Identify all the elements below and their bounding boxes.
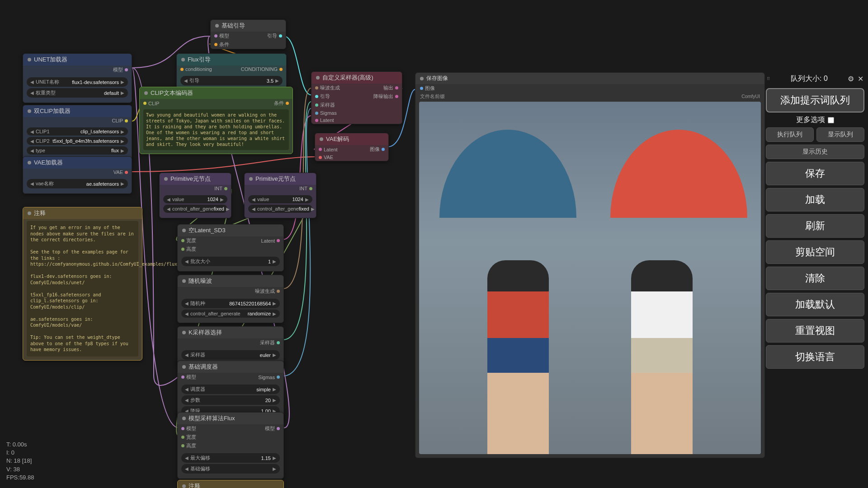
node-dualclip-loader[interactable]: 双CLIP加载器 CLIP ◀CLIP1clip_l.safetensors▶ … bbox=[23, 105, 132, 160]
widget-clip2[interactable]: ◀CLIP2t5xxl_fp8_e4m3fn.safetensors▶ bbox=[27, 137, 128, 145]
queue-sidebar[interactable]: ⠿ 队列大小: 0 ⚙ ✕ 添加提示词队列 更多选项 执行队列 显示队列 显示历… bbox=[766, 72, 864, 369]
node-title: 注释 bbox=[34, 209, 46, 217]
node-unet-loader[interactable]: UNET加载器 模型 ◀UNET名称flux1-dev.safetensors▶… bbox=[23, 53, 132, 103]
widget-vae-name[interactable]: ◀vae名称ae.safetensors▶ bbox=[27, 179, 128, 188]
widget-clip-type[interactable]: ◀typeflux▶ bbox=[27, 146, 128, 155]
node-title: 空Latent_SD3 bbox=[189, 226, 226, 235]
widget-scheduler[interactable]: ◀调度器simple▶ bbox=[181, 385, 280, 394]
widget-value[interactable]: ◀value1024▶ bbox=[248, 195, 312, 203]
node-note2[interactable]: 注释 bbox=[177, 480, 284, 488]
drag-handle-icon[interactable]: ⠿ bbox=[767, 76, 771, 81]
node-basic-guider[interactable]: 基础引导 模型引导 条件 bbox=[210, 19, 286, 49]
switch-lang-button[interactable]: 切换语言 bbox=[766, 345, 864, 369]
queue-prompt-button[interactable]: 添加提示词队列 bbox=[766, 88, 864, 113]
widget-control[interactable]: ◀control_after_genefixed▶ bbox=[248, 205, 312, 213]
node-canvas[interactable]: UNET加载器 模型 ◀UNET名称flux1-dev.safetensors▶… bbox=[0, 0, 868, 488]
widget-max-shift[interactable]: ◀最大偏移1.15▶ bbox=[181, 453, 280, 463]
node-title: Primitive元节点 bbox=[170, 175, 211, 183]
node-title: 基础调度器 bbox=[189, 363, 218, 371]
node-title: Primitive元节点 bbox=[255, 175, 296, 183]
clipspace-button[interactable]: 剪贴空间 bbox=[766, 240, 864, 264]
preview-image bbox=[419, 102, 761, 454]
node-title: CLIP文本编码器 bbox=[151, 89, 193, 97]
exec-queue-button[interactable]: 执行队列 bbox=[766, 127, 814, 142]
show-history-button[interactable]: 显示历史 bbox=[766, 145, 864, 159]
node-clip-text-encode[interactable]: CLIP文本编码器 CLIP条件 Two young and beautiful… bbox=[139, 87, 293, 154]
widget-unet-name[interactable]: ◀UNET名称flux1-dev.safetensors▶ bbox=[27, 77, 128, 87]
node-title: 注释 bbox=[189, 482, 200, 488]
save-button[interactable]: 保存 bbox=[766, 162, 864, 185]
node-title: 自定义采样器(高级) bbox=[322, 74, 373, 82]
widget-steps[interactable]: ◀步数20▶ bbox=[181, 395, 280, 405]
refresh-button[interactable]: 刷新 bbox=[766, 214, 864, 238]
node-model-sampling-flux[interactable]: 模型采样算法Flux 模型模型 宽度 高度 ◀最大偏移1.15▶ ◀基础偏移▶ bbox=[177, 412, 284, 479]
widget-control[interactable]: ◀control_after_generaterandomize▶ bbox=[181, 310, 280, 318]
node-ksampler-select[interactable]: K采样器选择 采样器 ◀采样器euler▶ bbox=[177, 326, 284, 365]
node-primitive-2[interactable]: Primitive元节点 INT ◀value1024▶ ◀control_af… bbox=[244, 173, 316, 218]
widget-guide[interactable]: ◀引导3.5▶ bbox=[180, 76, 283, 85]
filename-prefix-value: ComfyUI bbox=[741, 94, 760, 100]
node-title: VAE加载器 bbox=[34, 159, 63, 167]
widget-base-shift[interactable]: ◀基础偏移▶ bbox=[181, 464, 280, 474]
perf-stats: T: 0.00s I: 0 N: 18 [18] V: 38 FPS:59.88 bbox=[6, 441, 34, 482]
more-options-checkbox[interactable] bbox=[828, 117, 834, 123]
close-icon[interactable]: ✕ bbox=[858, 75, 863, 83]
widget-sampler[interactable]: ◀采样器euler▶ bbox=[181, 350, 280, 360]
node-title: Flux引导 bbox=[188, 56, 211, 64]
note-text: If you get an error in any of the nodes … bbox=[27, 221, 138, 357]
node-title: 随机噪波 bbox=[189, 277, 212, 285]
node-title: UNET加载器 bbox=[34, 56, 67, 64]
node-primitive-1[interactable]: Primitive元节点 INT ◀value1024▶ ◀control_af… bbox=[159, 173, 231, 218]
show-queue-button[interactable]: 显示队列 bbox=[816, 127, 864, 142]
load-button[interactable]: 加载 bbox=[766, 188, 864, 211]
node-vae-decode[interactable]: VAE解码 Latent图像 VAE bbox=[315, 133, 389, 161]
more-options[interactable]: 更多选项 bbox=[766, 115, 864, 125]
prompt-textarea[interactable]: Two young and beautiful women are walkin… bbox=[143, 109, 289, 150]
gear-icon[interactable]: ⚙ bbox=[848, 75, 854, 83]
widget-control[interactable]: ◀control_after_genefixed▶ bbox=[163, 205, 227, 213]
widget-clip1[interactable]: ◀CLIP1clip_l.safetensors▶ bbox=[27, 127, 128, 136]
queue-size-label: 队列大小: 0 bbox=[791, 74, 828, 84]
node-title: 双CLIP加载器 bbox=[34, 107, 71, 115]
node-title: 模型采样算法Flux bbox=[189, 414, 235, 422]
widget-weight-type[interactable]: ◀权重类型default▶ bbox=[27, 88, 128, 98]
node-advanced-sampler[interactable]: 自定义采样器(高级) 噪波生成输出 引导降噪输出 采样器 Sigmas Late… bbox=[311, 71, 402, 124]
node-vae-loader[interactable]: VAE加载器 VAE ◀vae名称ae.safetensors▶ bbox=[23, 156, 132, 194]
node-save-image[interactable]: 保存图像 图像 文件名前缀ComfyUI bbox=[415, 72, 765, 458]
node-note1[interactable]: 注释 If you get an error in any of the nod… bbox=[23, 207, 142, 361]
clear-button[interactable]: 清除 bbox=[766, 267, 864, 290]
widget-batch[interactable]: ◀批次大小1▶ bbox=[181, 257, 280, 266]
node-title: VAE解码 bbox=[326, 135, 349, 143]
widget-value[interactable]: ◀value1024▶ bbox=[163, 195, 227, 203]
node-flux-guider[interactable]: Flux引导 conditioningCONDITIONING ◀引导3.5▶ bbox=[176, 53, 287, 91]
node-title: 保存图像 bbox=[426, 75, 448, 82]
node-empty-latent[interactable]: 空Latent_SD3 宽度Latent 高度 ◀批次大小1▶ bbox=[177, 224, 284, 272]
node-random-noise[interactable]: 随机噪波 噪波生成 ◀随机种867415220168564▶ ◀control_… bbox=[177, 275, 284, 323]
filename-prefix-label: 文件名前缀 bbox=[420, 94, 445, 100]
node-title: K采样器选择 bbox=[189, 328, 222, 337]
load-default-button[interactable]: 加载默认 bbox=[766, 293, 864, 316]
reset-view-button[interactable]: 重置视图 bbox=[766, 319, 864, 343]
widget-seed[interactable]: ◀随机种867415220168564▶ bbox=[181, 299, 280, 308]
node-title: 基础引导 bbox=[222, 22, 245, 30]
